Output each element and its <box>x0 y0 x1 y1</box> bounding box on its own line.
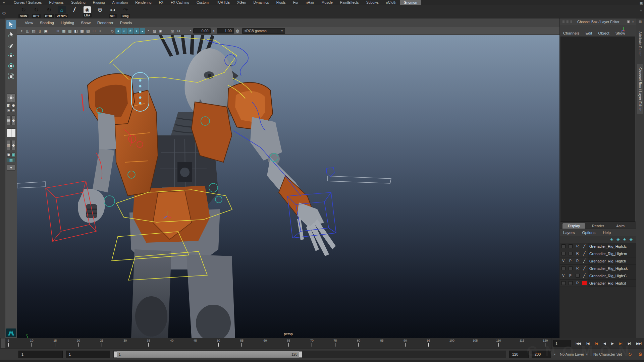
side-panel-tab[interactable]: Channel Box / Layer Editor <box>637 64 643 114</box>
new-empty-layer-icon[interactable]: ◈ <box>610 237 613 242</box>
menu-item[interactable]: Custom <box>193 0 212 5</box>
channel-list-empty[interactable] <box>560 37 635 222</box>
side-panel-tab[interactable]: Attribute Editor <box>637 28 643 59</box>
single-pane-layout-button[interactable] <box>7 94 15 102</box>
layer-color-swatch[interactable]: ╱ <box>581 259 588 263</box>
layer-display-type-toggle[interactable]: R <box>576 281 579 285</box>
layer-visibility-toggle[interactable] <box>561 244 566 248</box>
move-tool[interactable] <box>6 51 16 60</box>
show-manipulator-icon[interactable] <box>621 26 626 33</box>
layer-name[interactable]: Grenadier_Rig_High:d <box>588 280 636 287</box>
panel-menu-item[interactable]: Shading <box>37 21 57 25</box>
layer-editor-tab[interactable]: Display <box>562 223 585 229</box>
layer-display-type-toggle[interactable]: R <box>576 266 579 270</box>
step-back-frame-button[interactable]: |◀ <box>586 342 589 345</box>
panel-menu-item[interactable]: Panels <box>117 21 135 25</box>
new-layer-from-selected-icon[interactable]: ◈ <box>616 237 620 242</box>
persp-pane-button[interactable]: ◆ <box>11 115 15 125</box>
layer-name[interactable]: Grenadier_Rig_High:lc <box>588 243 636 250</box>
persp-layout-button[interactable]: ◆ <box>11 103 15 107</box>
channel-box-menu-item[interactable]: Object <box>598 31 609 35</box>
pin-down-icon[interactable]: ↧ <box>640 8 643 12</box>
playback-start-field[interactable]: 1 <box>66 351 110 358</box>
sep[interactable] <box>182 28 187 34</box>
menu-item[interactable]: Gnomon <box>400 0 421 5</box>
anim-layer-dropdown[interactable]: No Anim Layer ▾ <box>558 351 589 358</box>
channel-box-menu-item[interactable]: Edit <box>586 31 592 35</box>
custom-layout-button[interactable]: ▦ <box>7 158 15 162</box>
auto-keyframe-icon[interactable]: ⚙ <box>637 351 644 358</box>
field-chart-icon[interactable]: ▧ <box>85 28 91 34</box>
set-shelf-icon[interactable]: ⊶ <box>108 6 117 14</box>
strip-menu-icon[interactable]: ▤ <box>639 20 642 23</box>
layer-name[interactable]: Grenadier_Rig_High:h <box>588 257 636 264</box>
menu-item[interactable]: Dynamics <box>250 0 273 5</box>
menu-item[interactable]: Animation <box>108 0 131 5</box>
range-end-handle[interactable] <box>299 351 302 358</box>
step-forward-frame-button[interactable]: ▶| <box>628 342 631 345</box>
layer-playback-toggle[interactable]: P <box>569 259 572 263</box>
persp-small-button[interactable]: ◆ <box>7 153 11 157</box>
shelf-button[interactable]: ⊶ Set. <box>107 6 119 18</box>
menu-item[interactable]: Fur <box>289 0 302 5</box>
layer-editor-menu-item[interactable]: Layers <box>563 231 575 235</box>
go-to-end-button[interactable]: ▶▶| <box>636 342 641 345</box>
layer-color-swatch[interactable]: ╱ <box>581 266 588 270</box>
dock-header[interactable]: Channel Box / Layer Editor ▣ × <box>560 18 636 25</box>
new-scene-layer-icon[interactable]: ◈ <box>623 237 626 242</box>
screen-space-ao-icon[interactable]: ◒ <box>140 28 145 34</box>
layer-editor-menu-item[interactable]: Options <box>582 231 596 235</box>
layer-visibility-toggle[interactable]: V <box>562 259 565 263</box>
select-tool[interactable] <box>6 20 16 29</box>
exposure-icon[interactable]: ◔ <box>189 28 192 33</box>
persp-pane2-button[interactable]: ◆ <box>11 140 15 150</box>
gamma-icon[interactable]: ◑ <box>212 28 215 33</box>
play-backwards-button[interactable]: ◀ <box>603 342 606 345</box>
select-camera-icon[interactable]: ⌖ <box>19 28 24 34</box>
chevron-down-icon[interactable]: ▾ <box>554 353 556 356</box>
layer-playback-toggle[interactable]: P <box>569 274 572 278</box>
use-all-lights-icon[interactable]: ☀ <box>127 28 133 34</box>
layer-editor-tab[interactable]: Anim <box>611 223 630 229</box>
layer-display-type-toggle[interactable]: R <box>576 244 579 248</box>
lock-camera-icon[interactable]: ◫ <box>25 28 31 34</box>
go-to-start-button[interactable]: |◀◀ <box>576 342 581 345</box>
shelf-button[interactable]: ⊕ <box>94 6 106 18</box>
paint-select-tool[interactable] <box>6 41 16 50</box>
multisampling-icon[interactable]: ▨ <box>152 28 157 34</box>
character-model[interactable] <box>78 35 336 338</box>
add-pane-left-button[interactable]: + <box>7 108 11 112</box>
depth-of-field-icon[interactable]: ◉ <box>158 28 163 34</box>
time-slider[interactable]: 5 10 15 20 <box>0 338 551 349</box>
textured-icon[interactable]: ◐ <box>121 28 127 34</box>
menu-grip-icon[interactable]: ≡ <box>3 0 5 5</box>
lra-shelf-icon[interactable]: ◉ <box>84 6 91 13</box>
step-forward-key-button[interactable]: ▶| <box>619 342 622 345</box>
shelf-button[interactable]: ↻ KEY <box>30 6 42 18</box>
current-frame-field[interactable]: 1 <box>553 340 571 347</box>
shaded-icon[interactable]: ● <box>115 28 121 34</box>
new-selected-scene-layer-icon[interactable]: ◈ <box>630 237 633 242</box>
viewport-3d[interactable]: Y persp <box>17 35 559 338</box>
shelf-button[interactable]: ◉ LRA <box>81 6 93 18</box>
layer-name[interactable]: Grenadier_Rig_High:C <box>588 272 636 279</box>
layer-playback-toggle[interactable] <box>569 281 573 285</box>
step-back-key-button[interactable]: |◀ <box>595 342 597 345</box>
shelf-tabs-gear-icon[interactable]: ⚙ <box>2 11 6 16</box>
graph-pane-button[interactable]: ▥ <box>7 140 11 150</box>
skin-shelf-icon[interactable]: ↻ <box>19 6 28 14</box>
menu-item[interactable]: Fluids <box>273 0 289 5</box>
layer-row[interactable]: R Grenadier_Rig_High:d <box>560 280 636 287</box>
key-shelf-icon[interactable]: ↻ <box>32 6 41 14</box>
panel-menu-item[interactable]: View <box>21 21 37 25</box>
layer-playback-toggle[interactable] <box>569 244 573 248</box>
playback-loop-icon[interactable]: ↻ <box>626 351 634 358</box>
character-set-dropdown[interactable]: No Character Set <box>592 351 623 358</box>
lasso-tool[interactable] <box>6 30 16 40</box>
layer-row[interactable]: V P R ╱ Grenadier_Rig_High:h <box>560 257 636 265</box>
two-pane-side-layout-button[interactable]: ◧ <box>7 103 11 107</box>
menu-item[interactable]: TURTLE <box>212 0 233 5</box>
layer-display-type-toggle[interactable]: R <box>576 259 579 263</box>
workspace-dock-icon[interactable]: ▣ <box>640 1 643 5</box>
layer-row[interactable]: R ╱ Grenadier_Rig_High:m <box>560 250 636 257</box>
